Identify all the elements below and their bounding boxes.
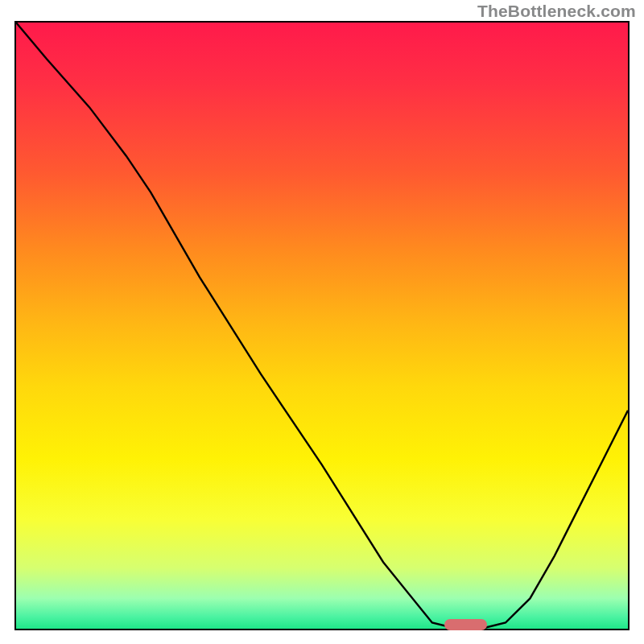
optimal-range-marker	[444, 619, 487, 630]
plot-area	[14, 21, 630, 630]
curve-path	[16, 23, 628, 629]
chart-frame: TheBottleneck.com	[0, 0, 644, 644]
watermark-text: TheBottleneck.com	[477, 2, 636, 21]
bottleneck-curve	[16, 23, 628, 629]
